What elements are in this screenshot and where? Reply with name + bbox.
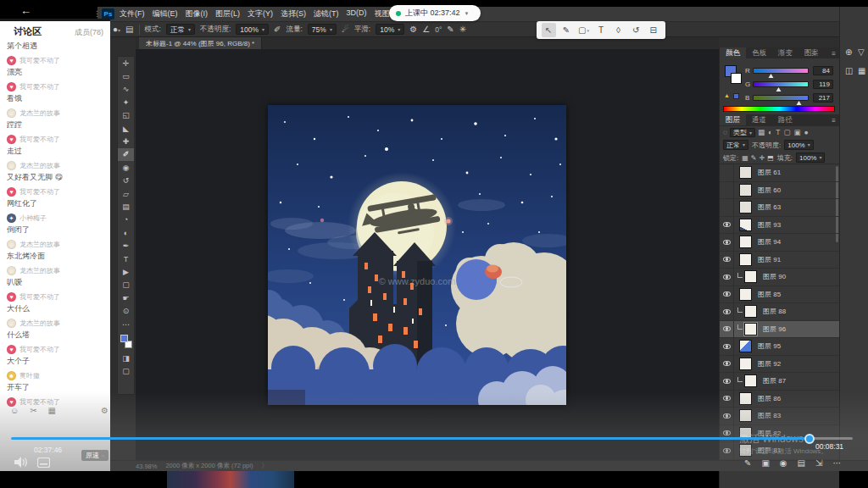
settings-gear-icon[interactable]: ⚙ <box>101 406 108 415</box>
layer-row[interactable]: 图层 83 <box>720 408 839 425</box>
tab-discussion[interactable]: 讨论区 <box>14 25 42 38</box>
menu-item[interactable]: 滤镜(T) <box>314 8 339 19</box>
visibility-toggle[interactable] <box>720 269 734 286</box>
fullscreen-icon[interactable]: ⇲ <box>815 458 822 468</box>
history-icon[interactable]: ▦ <box>858 66 865 75</box>
color-tab-渐变[interactable]: 渐变 <box>772 47 798 58</box>
learn-icon[interactable]: ⊕ <box>845 47 852 57</box>
trash-icon[interactable]: ⊟ <box>646 23 660 37</box>
move-tool[interactable]: ✛ <box>118 57 134 69</box>
menu-item[interactable]: 编辑(E) <box>153 8 178 19</box>
smoothing-gear-icon[interactable]: ⚙ <box>409 25 417 34</box>
libraries-icon[interactable]: ▽ <box>858 47 865 57</box>
lasso-tool[interactable]: ∿ <box>118 83 134 96</box>
canvas-artwork[interactable]: © www.zyduo.com <box>268 105 566 405</box>
web-color-icon[interactable] <box>733 93 739 99</box>
type-tool[interactable]: T <box>118 252 134 265</box>
visibility-toggle[interactable] <box>720 286 734 303</box>
eraser-tool[interactable]: ▱ <box>118 187 134 200</box>
layers-tab-通道[interactable]: 通道 <box>746 114 772 125</box>
hand-tool[interactable]: ☛ <box>118 291 134 304</box>
menu-item[interactable]: 文件(F) <box>120 8 145 19</box>
zoom-level[interactable]: 43.98% <box>136 463 157 470</box>
visibility-toggle[interactable] <box>720 252 734 269</box>
color-tab-色板[interactable]: 色板 <box>746 47 772 58</box>
visibility-toggle[interactable] <box>720 164 734 181</box>
quick-mask-icon[interactable]: ◨ <box>118 352 134 364</box>
panel-menu-icon[interactable]: ≡ <box>832 117 836 125</box>
volume-icon[interactable] <box>14 457 29 468</box>
visibility-toggle[interactable] <box>720 234 734 251</box>
cut-icon[interactable]: ✂ <box>30 406 36 415</box>
channel-slider[interactable] <box>753 81 809 87</box>
visibility-toggle[interactable] <box>720 303 734 320</box>
foreground-color-swatch[interactable] <box>120 335 128 342</box>
lock-pixels-icon[interactable]: ✎ <box>751 154 757 162</box>
layer-row[interactable]: 图层 96 <box>720 321 839 339</box>
layers-tab-路径[interactable]: 路径 <box>772 114 798 125</box>
record-icon[interactable]: ◉ <box>780 458 787 468</box>
progress-bar-track[interactable] <box>11 437 853 440</box>
document-tab[interactable]: 未标题-1 @ 44% (图层 96, RGB/8) * <box>139 37 262 49</box>
text-icon[interactable]: T <box>593 23 608 37</box>
opacity-select[interactable]: 100%▾ <box>236 24 269 35</box>
emoji-icon[interactable]: ☺ <box>10 406 19 415</box>
color-tab-颜色[interactable]: 颜色 <box>720 47 746 58</box>
clone-stamp-tool[interactable]: ◉ <box>118 161 134 174</box>
layer-row[interactable]: 图层 88 <box>720 303 839 321</box>
class-status-pill[interactable]: 上课中 02:37:42 ▼ <box>389 5 481 21</box>
channel-value[interactable]: 217 <box>813 93 833 103</box>
layers-tab-图层[interactable]: 图层 <box>720 114 746 125</box>
back-icon[interactable]: ← <box>20 4 31 17</box>
export-icon[interactable]: ◫ <box>845 66 853 75</box>
layer-row[interactable]: 图层 94 <box>720 234 839 252</box>
visibility-toggle[interactable] <box>720 321 734 338</box>
filter-type-icon[interactable]: T <box>776 128 780 136</box>
gamut-warning-icon[interactable]: ▲ <box>724 92 730 98</box>
visibility-toggle[interactable] <box>720 356 734 373</box>
shape-tool[interactable]: ▢ <box>118 279 134 291</box>
eraser-icon[interactable]: ◊ <box>611 23 626 37</box>
airbrush-icon[interactable]: ☄ <box>342 25 349 34</box>
pen-tool[interactable]: ✒ <box>118 239 134 252</box>
quick-select-tool[interactable]: ✦ <box>118 96 134 108</box>
progress-thumb[interactable] <box>804 434 815 444</box>
visibility-toggle[interactable] <box>720 373 734 390</box>
slider-thumb[interactable] <box>776 87 781 92</box>
layer-row[interactable]: 图层 92 <box>720 356 839 374</box>
layer-row[interactable]: 图层 61 <box>720 164 839 182</box>
color-spectrum-bar[interactable] <box>723 106 835 112</box>
kind-select[interactable]: 类型▾ <box>730 128 755 137</box>
symmetry-icon[interactable]: ✳ <box>459 25 466 34</box>
menu-item[interactable]: 3D(D) <box>347 8 367 19</box>
channel-value[interactable]: 119 <box>813 80 833 89</box>
healing-brush-tool[interactable]: ✚ <box>118 135 134 147</box>
menu-item[interactable]: 图像(I) <box>186 8 209 19</box>
blur-tool[interactable]: ◔ <box>118 214 134 226</box>
subtitle-icon[interactable] <box>37 458 50 468</box>
visibility-toggle[interactable] <box>720 338 734 355</box>
image-icon[interactable]: ▦ <box>48 406 56 415</box>
menu-item[interactable]: 文字(Y) <box>248 8 273 19</box>
filter-shape-icon[interactable]: ▢ <box>783 128 790 136</box>
status-chevron-icon[interactable]: 〉 <box>261 462 268 470</box>
visibility-toggle[interactable] <box>720 442 734 459</box>
dodge-tool[interactable]: ◐ <box>118 226 134 239</box>
annotate-pen-icon[interactable]: ✎ <box>744 458 751 468</box>
layer-row[interactable]: 图层 93 <box>720 217 839 235</box>
more-tools[interactable]: ⋯ <box>118 318 134 330</box>
color-swatches[interactable] <box>118 333 134 352</box>
filter-adjust-icon[interactable]: ◐ <box>768 128 772 136</box>
panel-icon[interactable]: ▤ <box>798 458 805 468</box>
layer-row[interactable]: 图层 95 <box>720 338 839 356</box>
brush-panel-icon[interactable]: ▤ <box>125 25 133 34</box>
tab-members[interactable]: 成员(78) <box>75 27 103 38</box>
flow-select[interactable]: 75%▾ <box>308 24 337 35</box>
visibility-toggle[interactable] <box>720 408 734 424</box>
layers-opacity-select[interactable]: 100%▾ <box>784 140 813 150</box>
fill-select[interactable]: 100%▾ <box>796 152 825 163</box>
brush-tool[interactable]: ✐ <box>118 148 134 161</box>
layer-row[interactable]: 图层 87 <box>720 373 839 391</box>
filter-pixel-icon[interactable]: ▦ <box>758 128 765 136</box>
gradient-tool[interactable]: ▤ <box>118 200 134 213</box>
